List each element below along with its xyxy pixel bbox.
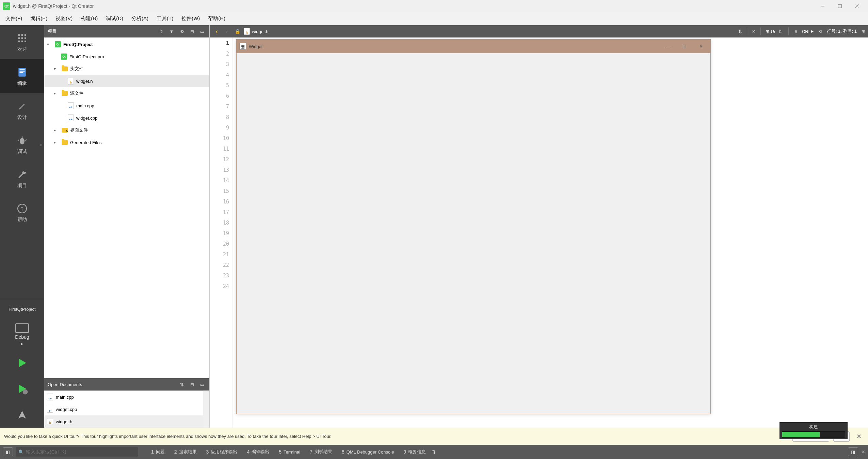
- bookmark-label[interactable]: #: [795, 29, 797, 34]
- split-editor-icon[interactable]: ⊞: [862, 29, 865, 34]
- updown-icon[interactable]: ⇅: [738, 29, 742, 34]
- toggle-right-sidebar-button[interactable]: ◨: [848, 447, 858, 456]
- menu-tools[interactable]: 工具(T): [152, 13, 177, 25]
- menu-edit[interactable]: 编辑(E): [26, 13, 51, 25]
- line-number[interactable]: 17: [210, 207, 232, 218]
- output-compile[interactable]: 4编译输出: [243, 447, 273, 456]
- nav-forward-button[interactable]: ›: [223, 27, 231, 36]
- line-number[interactable]: 19: [210, 228, 232, 239]
- mode-edit[interactable]: 编辑: [0, 59, 44, 93]
- line-number[interactable]: 11: [210, 144, 232, 154]
- tree-project-root[interactable]: ▾ Qt FirstQtProject: [44, 38, 209, 50]
- updown-icon[interactable]: ⇅: [778, 29, 782, 34]
- menu-help[interactable]: 帮助(H): [204, 13, 229, 25]
- line-number[interactable]: 2: [210, 49, 232, 59]
- open-doc-widget-h[interactable]: h widget.h: [44, 415, 203, 428]
- line-number-gutter[interactable]: 123456789101112131415161718192021222324: [210, 37, 233, 428]
- menu-view[interactable]: 视图(V): [51, 13, 77, 25]
- line-number[interactable]: 13: [210, 165, 232, 175]
- mode-projects[interactable]: 项目: [0, 162, 44, 196]
- tree-sources-folder[interactable]: ▾ 源文件: [44, 87, 209, 100]
- open-doc-widget-cpp[interactable]: c+ widget.cpp: [44, 403, 203, 415]
- output-summary[interactable]: 9概要信息: [400, 447, 429, 456]
- line-number[interactable]: 21: [210, 249, 232, 260]
- line-number[interactable]: 3: [210, 59, 232, 70]
- menu-build[interactable]: 构建(B): [77, 13, 102, 25]
- line-number[interactable]: 9: [210, 123, 232, 133]
- menu-debug[interactable]: 调试(D): [102, 13, 127, 25]
- tree-generated-folder[interactable]: ▸ Generated Files: [44, 136, 209, 149]
- tree-ui-folder[interactable]: ▸ 界面文件: [44, 124, 209, 136]
- tree-headers-folder[interactable]: ▾ 头文件: [44, 63, 209, 75]
- window-minimize-button[interactable]: [814, 1, 831, 12]
- widget-titlebar[interactable]: ▦ Widget — ☐ ✕: [237, 40, 710, 53]
- mode-design[interactable]: 设计: [0, 93, 44, 127]
- build-target-selector[interactable]: Debug ▸: [0, 319, 44, 350]
- widget-minimize-button[interactable]: —: [661, 41, 675, 51]
- line-number[interactable]: 14: [210, 175, 232, 186]
- lock-icon[interactable]: 🔓: [235, 29, 240, 34]
- outline-combo[interactable]: ⊞ Ui: [766, 29, 775, 34]
- close-pane-icon[interactable]: ▭: [198, 381, 206, 388]
- open-docs-scrollbar[interactable]: [203, 391, 209, 428]
- output-search[interactable]: 2搜索结果: [171, 447, 200, 456]
- mode-welcome[interactable]: 欢迎: [0, 25, 44, 59]
- code-editor-surface[interactable]: ▦ Widget — ☐ ✕: [233, 37, 868, 428]
- line-number[interactable]: 22: [210, 260, 232, 271]
- menu-analyze[interactable]: 分析(A): [127, 13, 152, 25]
- line-number[interactable]: 16: [210, 197, 232, 207]
- close-file-button[interactable]: ✕: [752, 29, 756, 34]
- running-widget-window[interactable]: ▦ Widget — ☐ ✕: [236, 39, 711, 414]
- toggle-sidebar-button[interactable]: ◧: [3, 447, 13, 456]
- mode-help[interactable]: ? 帮助: [0, 196, 44, 230]
- split-add-icon[interactable]: ⊞: [188, 28, 196, 35]
- menu-widgets[interactable]: 控件(W): [177, 13, 204, 25]
- project-selector[interactable]: FirstQtProject: [0, 299, 44, 319]
- line-number[interactable]: 24: [210, 281, 232, 292]
- line-number[interactable]: 15: [210, 186, 232, 197]
- file-selector[interactable]: h widget.h: [244, 28, 735, 35]
- mode-debug[interactable]: 调试 ▸: [0, 127, 44, 162]
- locator-search[interactable]: 🔍: [16, 447, 138, 457]
- run-button[interactable]: [0, 350, 44, 376]
- build-button[interactable]: [0, 402, 44, 428]
- filter-icon[interactable]: ▼: [168, 28, 175, 35]
- line-number[interactable]: 10: [210, 133, 232, 144]
- output-qml[interactable]: 8QML Debugger Console: [338, 448, 398, 456]
- updown-icon[interactable]: ⇅: [178, 381, 186, 388]
- line-number[interactable]: 5: [210, 80, 232, 91]
- output-test[interactable]: 7测试结果: [306, 447, 336, 456]
- output-issues[interactable]: 1问题: [148, 447, 168, 456]
- line-number[interactable]: 6: [210, 91, 232, 102]
- line-number[interactable]: 8: [210, 112, 232, 123]
- line-number[interactable]: 18: [210, 218, 232, 228]
- widget-maximize-button[interactable]: ☐: [678, 41, 691, 51]
- window-maximize-button[interactable]: [831, 1, 848, 12]
- updown-icon[interactable]: ⇅: [432, 449, 436, 455]
- widget-close-button[interactable]: ✕: [694, 41, 708, 51]
- collapse-icon[interactable]: ▭: [198, 28, 206, 35]
- nav-back-button[interactable]: ‹: [212, 27, 221, 36]
- line-number[interactable]: 7: [210, 102, 232, 112]
- tree-main-cpp[interactable]: c+ main.cpp: [44, 100, 209, 112]
- menu-file[interactable]: 文件(F): [1, 13, 26, 25]
- tree-widget-cpp[interactable]: c+ widget.cpp: [44, 112, 209, 124]
- link-icon[interactable]: ⟲: [178, 28, 186, 35]
- window-close-button[interactable]: [848, 1, 865, 12]
- run-debug-button[interactable]: [0, 376, 44, 402]
- widget-client-area[interactable]: [237, 53, 710, 414]
- locator-input[interactable]: [26, 449, 135, 455]
- line-number[interactable]: 23: [210, 271, 232, 281]
- updown-icon[interactable]: ⇅: [158, 28, 165, 35]
- output-application[interactable]: 3应用程序输出: [203, 447, 241, 456]
- line-number[interactable]: 4: [210, 70, 232, 80]
- tree-pro-file[interactable]: Qt FirstQtProject.pro: [44, 50, 209, 63]
- line-number[interactable]: 12: [210, 154, 232, 165]
- link-icon[interactable]: ⟲: [818, 29, 822, 34]
- tree-widget-h[interactable]: h widget.h: [44, 75, 209, 87]
- line-number[interactable]: 1: [210, 38, 232, 49]
- line-number[interactable]: 20: [210, 239, 232, 249]
- open-doc-main-cpp[interactable]: c+ main.cpp: [44, 391, 203, 403]
- cursor-position-label[interactable]: 行号: 1, 列号: 1: [827, 28, 857, 34]
- encoding-label[interactable]: CRLF: [802, 29, 814, 34]
